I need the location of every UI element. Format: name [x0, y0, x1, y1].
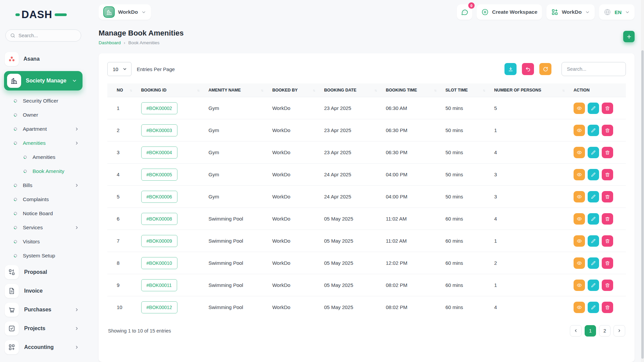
- delete-button[interactable]: [602, 213, 613, 225]
- view-button[interactable]: [574, 147, 585, 158]
- cell-slot-time: 50 mins: [441, 119, 489, 141]
- sidebar-item-proposal[interactable]: Proposal: [0, 263, 87, 282]
- sidebar-item-book-amenity-sub[interactable]: Book Amenity: [0, 164, 87, 178]
- create-workspace-button[interactable]: Create Workspace: [477, 4, 542, 20]
- edit-button[interactable]: [588, 257, 599, 269]
- view-button[interactable]: [574, 280, 585, 291]
- delete-button[interactable]: [602, 280, 613, 291]
- view-button[interactable]: [574, 191, 585, 202]
- sidebar-item-owner[interactable]: Owner: [0, 108, 87, 122]
- edit-button[interactable]: [588, 235, 599, 247]
- table-search-input[interactable]: [561, 62, 626, 76]
- asana-icon: [5, 52, 19, 66]
- sort-icon[interactable]: ↑↓: [483, 88, 485, 92]
- column-header-number-of-persons[interactable]: NUMBER OF PERSONS↑↓: [489, 83, 569, 97]
- sidebar-item-projects[interactable]: Projects: [0, 319, 87, 338]
- cell-booked-by: WorkDo: [268, 97, 320, 119]
- sidebar-item-bills[interactable]: Bills: [0, 178, 87, 192]
- sort-icon[interactable]: ↑↓: [313, 88, 315, 92]
- pagination-next-button[interactable]: [613, 325, 625, 337]
- column-header-action[interactable]: ACTION: [569, 83, 626, 97]
- export-download-button[interactable]: [504, 63, 517, 75]
- edit-button[interactable]: [588, 147, 599, 158]
- sort-icon[interactable]: ↑↓: [261, 88, 263, 92]
- view-button[interactable]: [574, 213, 585, 225]
- workspace-item-asana[interactable]: Asana: [0, 50, 87, 68]
- column-header-booked-by[interactable]: BOOKED BY↑↓: [268, 83, 320, 97]
- edit-button[interactable]: [588, 302, 599, 313]
- delete-button[interactable]: [602, 191, 613, 202]
- view-button[interactable]: [574, 235, 585, 247]
- delete-button[interactable]: [602, 235, 613, 247]
- view-button[interactable]: [574, 103, 585, 114]
- edit-button[interactable]: [588, 169, 599, 180]
- delete-button[interactable]: [602, 169, 613, 180]
- workspace-switcher[interactable]: WorkDo: [99, 4, 151, 20]
- refresh-button[interactable]: [539, 63, 551, 75]
- column-header-booking-time[interactable]: BOOKING TIME↑↓: [381, 83, 441, 97]
- sidebar-search[interactable]: [5, 29, 81, 42]
- column-header-no[interactable]: NO↑↓: [107, 83, 137, 97]
- edit-button[interactable]: [588, 191, 599, 202]
- language-selector[interactable]: EN: [599, 4, 635, 20]
- sidebar-item-amenities[interactable]: Amenities: [0, 136, 87, 150]
- cell-slot-time: 50 mins: [441, 164, 489, 186]
- view-button[interactable]: [574, 125, 585, 136]
- cell-booking-id: #BOK00009: [137, 230, 204, 252]
- sort-icon[interactable]: ↑↓: [130, 88, 132, 92]
- delete-button[interactable]: [602, 125, 613, 136]
- edit-button[interactable]: [588, 103, 599, 114]
- breadcrumb: Dashboard › Book Amenities: [99, 40, 183, 45]
- reset-undo-button[interactable]: [522, 63, 534, 75]
- sidebar-item-invoice[interactable]: Invoice: [0, 282, 87, 300]
- sidebar-item-visitors[interactable]: Visitors: [0, 235, 87, 249]
- messages-button[interactable]: 0: [457, 4, 472, 20]
- sidebar-item-system-setup[interactable]: System Setup: [0, 249, 87, 263]
- sort-icon[interactable]: ↑↓: [434, 88, 436, 92]
- app-logo[interactable]: DASH: [0, 5, 87, 25]
- chevron-right-icon: [74, 345, 79, 350]
- sidebar-item-services[interactable]: Services: [0, 221, 87, 235]
- delete-button[interactable]: [602, 147, 613, 158]
- delete-button[interactable]: [602, 257, 613, 269]
- sidebar-item-security-officer[interactable]: Security Officer: [0, 94, 87, 108]
- view-button[interactable]: [574, 257, 585, 269]
- edit-button[interactable]: [588, 125, 599, 136]
- pagination: 12: [570, 325, 625, 337]
- edit-button[interactable]: [588, 213, 599, 225]
- pagination-page-2[interactable]: 2: [599, 325, 610, 337]
- edit-button[interactable]: [588, 280, 599, 291]
- delete-button[interactable]: [602, 103, 613, 114]
- sort-icon[interactable]: ↑↓: [197, 88, 199, 92]
- sidebar-item-accounting[interactable]: Accounting: [0, 338, 87, 357]
- scrollbar-thumb[interactable]: [641, 50, 644, 359]
- column-header-booking-date[interactable]: BOOKING DATE↑↓: [319, 83, 381, 97]
- page-scrollbar[interactable]: [641, 0, 644, 362]
- sort-icon[interactable]: ↑↓: [562, 88, 564, 92]
- delete-button[interactable]: [602, 302, 613, 313]
- sidebar-item-notice-board[interactable]: Notice Board: [0, 206, 87, 221]
- sidebar-item-complaints[interactable]: Complaints: [0, 192, 87, 206]
- cell-slot-time: 50 mins: [441, 97, 489, 119]
- table-body: 1#BOK00002GymWorkDo23 Apr 202506:30 AM50…: [107, 97, 626, 318]
- pagination-page-1[interactable]: 1: [585, 325, 596, 337]
- sidebar-item-purchases[interactable]: Purchases: [0, 300, 87, 319]
- column-header-slot-time[interactable]: SLOT TIME↑↓: [441, 83, 489, 97]
- sort-icon[interactable]: ↑↓: [374, 88, 376, 92]
- column-header-amenity-name[interactable]: AMENITY NAME↑↓: [204, 83, 268, 97]
- column-header-label: BOOKED BY: [272, 88, 298, 93]
- sidebar-item-apartment[interactable]: Apartment: [0, 122, 87, 136]
- add-booking-button[interactable]: [623, 31, 635, 42]
- sidebar-search-input[interactable]: [18, 33, 76, 38]
- view-button[interactable]: [574, 169, 585, 180]
- pagination-prev-button[interactable]: [570, 325, 582, 337]
- sidebar-item-amenities-sub[interactable]: Amenities: [0, 150, 87, 164]
- workdo-menu-button[interactable]: WorkDo: [546, 4, 595, 20]
- sidebar-item-label: Proposal: [24, 269, 47, 275]
- view-button[interactable]: [574, 302, 585, 313]
- entries-per-page-select[interactable]: 10: [107, 62, 131, 76]
- column-header-booking-id[interactable]: BOOKING ID↑↓: [137, 83, 204, 97]
- workspace-item-society-manage[interactable]: Society Manage: [4, 71, 83, 90]
- breadcrumb-dashboard-link[interactable]: Dashboard: [99, 40, 121, 45]
- chevron-down-icon: [625, 10, 630, 15]
